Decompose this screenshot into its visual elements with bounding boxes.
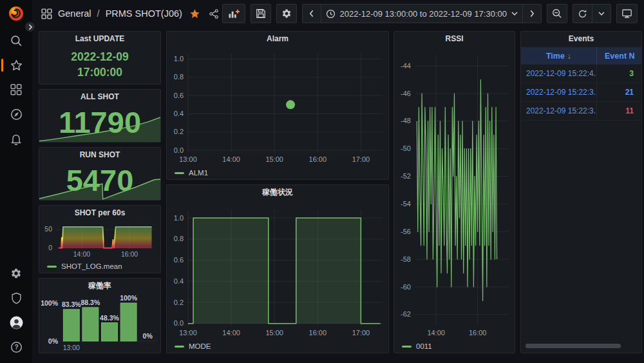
sidebar-bottom-menu: ?: [0, 261, 32, 359]
time-range-controls: 2022-12-09 13:00:00 to 2022-12-09 17:30:…: [302, 4, 542, 23]
sidebar-item-search[interactable]: [0, 28, 32, 53]
svg-text:88.3%: 88.3%: [81, 299, 100, 306]
dashboard-settings-button[interactable]: [276, 4, 297, 23]
legend-label[interactable]: 0011: [416, 342, 432, 350]
time-range-back-button[interactable]: [302, 4, 321, 23]
breadcrumb-dashboard-title[interactable]: PRMS SHOT(J06): [106, 8, 182, 19]
breadcrumb-folder[interactable]: General: [58, 8, 91, 19]
svg-text:0: 0: [48, 244, 52, 251]
zoom-out-time-button[interactable]: [547, 4, 567, 23]
dashboard-toolbar: 2022-12-09 13:00:00 to 2022-12-09 17:30:…: [222, 4, 638, 23]
legend: SHOT_LOG.mean: [47, 262, 122, 270]
sidebar-item-server-admin[interactable]: [0, 286, 32, 310]
panel-title[interactable]: RSSI: [394, 32, 515, 46]
explore-compass-icon: [10, 108, 23, 121]
sidebar-item-explore[interactable]: [0, 102, 32, 126]
apps-grid-icon[interactable]: [41, 8, 52, 19]
svg-text:14:00: 14:00: [222, 329, 240, 337]
legend: ALM1: [175, 169, 208, 177]
svg-text:0.2: 0.2: [174, 128, 184, 135]
horizontal-scrollbar[interactable]: [526, 344, 621, 348]
grafana-logo[interactable]: [8, 5, 24, 22]
event-value: 11: [596, 102, 641, 120]
svg-text:-48: -48: [401, 117, 411, 124]
svg-text:?: ?: [14, 344, 18, 351]
chevron-left-icon: [309, 10, 314, 17]
panel-title[interactable]: Last UPDATE: [39, 32, 160, 46]
svg-text:0.8: 0.8: [174, 73, 184, 81]
event-time-link[interactable]: 2022-12-09 15:22:3...: [521, 102, 596, 120]
svg-text:15:00: 15:00: [265, 155, 283, 163]
svg-text:100%: 100%: [120, 294, 138, 302]
star-filled-icon: [189, 8, 200, 19]
sidebar-item-dashboards[interactable]: [0, 77, 32, 102]
zoom-out-icon: [552, 8, 562, 19]
sidebar-item-configuration[interactable]: [0, 261, 32, 286]
svg-text:0.0: 0.0: [174, 319, 184, 327]
run-shot-value: 5470: [39, 161, 160, 200]
svg-text:16:00: 16:00: [309, 155, 327, 163]
svg-text:16:00: 16:00: [121, 250, 138, 258]
last-update-value: 2022-12-09 17:00:00: [39, 46, 160, 84]
panel-title[interactable]: Alarm: [167, 32, 388, 46]
svg-text:14:00: 14:00: [427, 329, 445, 337]
sidebar-item-alerting[interactable]: [0, 126, 32, 151]
sidebar-item-starred[interactable]: [0, 53, 32, 77]
event-time-link[interactable]: 2022-12-09 15:22:3...: [521, 83, 596, 101]
sidebar-item-profile[interactable]: [0, 310, 32, 335]
svg-text:0%: 0%: [48, 337, 59, 345]
dashboards-grid-icon: [10, 84, 22, 95]
shot-per-60s-chart[interactable]: 50014:0016:00: [40, 221, 160, 260]
panel-add-icon: [227, 8, 240, 19]
cycle-view-mode-button[interactable]: [616, 4, 638, 23]
share-dashboard-button[interactable]: [207, 8, 220, 19]
chevron-down-icon: [511, 12, 518, 15]
panel-last-update: Last UPDATE 2022-12-09 17:00:00: [39, 31, 161, 84]
panel-run-shot: RUN SHOT 5470: [39, 147, 161, 201]
unstar-dashboard-button[interactable]: [188, 8, 202, 19]
monitor-icon: [621, 8, 632, 19]
legend: MODE: [175, 342, 211, 350]
kadoujoukyou-area-chart[interactable]: 1.00.80.60.40.20.013:0014:0015:0016:0017…: [167, 201, 388, 338]
sidebar-item-help[interactable]: ?: [0, 335, 32, 359]
legend-label[interactable]: SHOT_LOG.mean: [61, 262, 122, 270]
legend-series-swatch: [175, 346, 184, 348]
legend-label[interactable]: ALM1: [189, 169, 208, 177]
svg-text:16:00: 16:00: [309, 329, 327, 337]
legend-label[interactable]: MODE: [189, 342, 211, 350]
sidebar-top-menu: [0, 28, 32, 151]
breadcrumb-separator: /: [97, 8, 100, 19]
refresh-dashboard-button[interactable]: [573, 4, 592, 23]
svg-text:-56: -56: [401, 228, 411, 235]
svg-text:-54: -54: [401, 200, 411, 208]
server-admin-shield-icon: [11, 292, 22, 304]
save-dashboard-button[interactable]: [251, 4, 271, 23]
add-panel-button[interactable]: [222, 4, 245, 23]
panel-title[interactable]: Events: [521, 32, 641, 46]
svg-text:-44: -44: [401, 62, 411, 70]
event-time-link[interactable]: 2022-12-09 15:22:4...: [521, 64, 596, 83]
events-column-event[interactable]: Event N: [596, 47, 641, 64]
alarm-scatter-chart[interactable]: 1.00.80.60.40.20.013:0014:0015:0016:0017…: [167, 47, 388, 165]
svg-text:0.8: 0.8: [174, 235, 184, 242]
column-label-time: Time: [546, 52, 565, 61]
svg-text:16:00: 16:00: [469, 329, 487, 337]
svg-text:-58: -58: [401, 255, 411, 263]
refresh-interval-dropdown[interactable]: [592, 4, 611, 23]
top-navigation-bar: General / PRMS SHOT(J06) 2022-12-09 13:0…: [32, 0, 644, 27]
kadouritsu-bar-chart[interactable]: 100%0%83.3%88.3%48.3%100%0%13:00: [40, 293, 160, 352]
sidebar-expand-button[interactable]: [24, 21, 35, 32]
svg-text:1.0: 1.0: [174, 214, 184, 222]
svg-text:0%: 0%: [143, 332, 153, 340]
panel-title[interactable]: 稼働状況: [167, 185, 388, 200]
panel-title[interactable]: SHOT per 60s: [39, 206, 160, 221]
panel-title[interactable]: 稼働率: [39, 279, 160, 293]
time-range-picker-button[interactable]: 2022-12-09 13:00:00 to 2022-12-09 17:30:…: [321, 4, 524, 23]
events-column-time[interactable]: Time ↓: [521, 47, 596, 64]
panel-rssi: RSSI -44-46-48-50-52-54-56-58-60-6214:00…: [393, 31, 515, 353]
column-label-event: Event N: [605, 52, 635, 61]
last-update-date: 2022-12-09: [71, 50, 129, 65]
rssi-line-chart[interactable]: -44-46-48-50-52-54-56-58-60-6214:0016:00: [395, 47, 514, 338]
time-range-forward-button[interactable]: [522, 4, 542, 23]
save-icon: [256, 8, 266, 19]
